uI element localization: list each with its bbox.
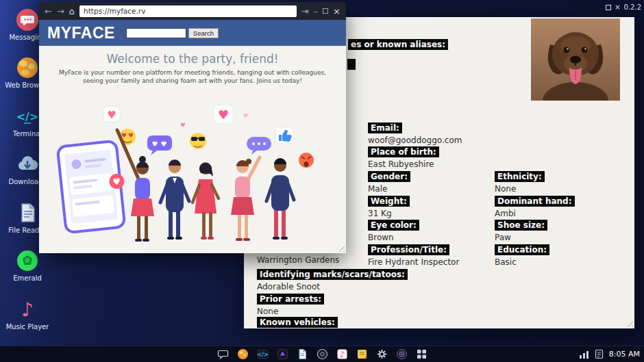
aliases-label-fragment: es or known aliases: [348, 39, 448, 50]
sidebar-label: Emerald [13, 274, 42, 282]
social-illustration: ♥ ♥ ♥ ♥ ♥ ♥ [39, 94, 346, 253]
page-heading: Welcome to the party, friend! [39, 52, 346, 66]
taskbar-code-editor-icon[interactable]: </> [257, 348, 269, 360]
person-3 [193, 162, 219, 240]
url-bar[interactable]: https://myface.rv [79, 5, 297, 17]
svg-text:</>: </> [16, 110, 39, 123]
taskbar-messaging-icon[interactable] [217, 348, 229, 360]
taskbar: </> ♪ [0, 346, 644, 362]
person-2 [160, 159, 189, 240]
field-prior-arrests: Prior arrests: None [257, 292, 324, 317]
field-ethnicity: Ethnicity: None [495, 169, 545, 194]
svg-text:♥: ♥ [243, 113, 248, 119]
field-value: Basic [495, 257, 549, 268]
taskbar-icons: </> ♪ [0, 346, 644, 362]
document-page-icon [16, 201, 39, 224]
field-label: Education: [495, 244, 549, 255]
browser-navbar[interactable]: ← → ⌂ https://myface.rv ⇥ – × [39, 2, 346, 20]
myface-header: MYFACE Search [39, 20, 346, 46]
svg-text:♥: ♥ [218, 107, 229, 122]
taskbar-record-icon[interactable] [396, 348, 408, 360]
angry-emoji [299, 153, 314, 168]
svg-text:♥: ♥ [107, 109, 116, 121]
taskbar-dark-app-icon[interactable] [277, 348, 288, 360]
field-place-of-birth: Place of birth: East Rubyeshire [368, 144, 439, 170]
clock: 8:05 AM [609, 350, 640, 359]
sidebar-item-music-player[interactable]: ♪ Music Player [0, 298, 55, 346]
field-label: Email: [368, 122, 402, 133]
window-resize-handle[interactable] [625, 319, 633, 327]
myface-logo: MYFACE [47, 24, 115, 42]
field-value: East Rubyeshire [368, 159, 439, 170]
field-profession: Profession/Title: Fire Hydrant Inspector [368, 242, 459, 268]
minimize-icon[interactable]: – [314, 7, 319, 16]
field-label: Prior arrests: [257, 294, 324, 305]
back-icon[interactable]: ← [45, 7, 52, 16]
field-value: Adorable Snoot [257, 281, 408, 292]
field-value: Fire Hydrant Inspector [368, 257, 459, 268]
close-icon[interactable]: × [333, 7, 340, 16]
svg-text:♥: ♥ [128, 132, 134, 139]
system-tray: 8:05 AM [579, 346, 640, 362]
maximize-icon[interactable] [323, 8, 328, 14]
browser-window: ← → ⌂ https://myface.rv ⇥ – × MYFACE Sea… [39, 2, 346, 253]
field-value: None [495, 183, 545, 194]
close-icon[interactable]: × [615, 3, 620, 11]
forward-icon[interactable]: → [57, 7, 64, 16]
globe-icon [16, 56, 39, 79]
page-tagline: MyFace is your number one platform for m… [57, 68, 328, 85]
heart-tile: ♥ [103, 107, 120, 122]
taskbar-disc-icon[interactable] [317, 348, 328, 360]
sidebar-label: Terminal [13, 130, 42, 138]
taskbar-app-grid-icon[interactable] [416, 348, 428, 360]
svg-text:♥: ♥ [161, 140, 167, 148]
taskbar-web-browser-icon[interactable] [237, 348, 249, 360]
svg-text:♪: ♪ [21, 298, 34, 321]
person-4 [231, 157, 260, 241]
field-label: Ethnicity: [495, 171, 545, 182]
documents-icon[interactable] [595, 349, 604, 359]
svg-text:♪: ♪ [339, 350, 345, 359]
maximize-icon[interactable] [606, 5, 611, 10]
field-known-vehicles: Known vehicles: [257, 315, 338, 328]
myface-search-button[interactable]: Search [188, 28, 219, 38]
field-dominant-hand: Dominant hand: Ambi [495, 194, 575, 219]
field-label: Gender: [368, 171, 410, 182]
emerald-gem-icon [16, 249, 39, 272]
field-label: Identifying marks/scars/tatoos: [257, 269, 408, 280]
sunglasses-emoji [190, 133, 206, 149]
sidebar-item-emerald[interactable]: Emerald [0, 249, 55, 297]
field-label: Place of birth: [368, 146, 439, 157]
myface-search-input[interactable] [126, 28, 186, 38]
field-gender: Gender: Male [368, 169, 410, 194]
phone-illustration: ♥ [58, 140, 129, 233]
sidebar-label: Music Player [6, 323, 49, 331]
field-education: Education: Basic [495, 242, 549, 268]
top-right-controls: × 0.2.2 [606, 3, 641, 11]
taskbar-notes-icon[interactable] [356, 348, 368, 360]
music-note-icon: ♪ [16, 298, 39, 321]
field-value: Brown [368, 232, 419, 243]
field-label: Known vehicles: [257, 317, 338, 328]
taskbar-file-reader-icon[interactable] [297, 348, 308, 360]
signal-icon[interactable] [579, 349, 589, 359]
field-eye-color: Eye color: Brown [368, 218, 419, 243]
home-icon[interactable]: ⌂ [69, 7, 75, 16]
field-label: Weight: [368, 196, 410, 207]
field-identifying-marks: Identifying marks/scars/tatoos: Adorable… [257, 267, 408, 292]
field-value: Male [368, 183, 410, 194]
go-icon[interactable]: ⇥ [301, 7, 309, 16]
field-value: Paw [495, 232, 547, 243]
covered-label-fragment [347, 59, 356, 70]
taskbar-music-player-icon[interactable]: ♪ [336, 348, 348, 360]
field-label: Eye color: [368, 220, 419, 231]
person-5 [267, 158, 294, 240]
taskbar-settings-gear-icon[interactable] [376, 348, 388, 360]
svg-text:♥: ♥ [152, 140, 158, 148]
dots-speech-bubble [247, 137, 271, 155]
svg-text:♥: ♥ [180, 122, 186, 129]
field-email: Email: woof@gooddoggo.com [368, 120, 462, 146]
myface-page: Welcome to the party, friend! MyFace is … [39, 46, 346, 253]
svg-text:♥: ♥ [112, 176, 121, 187]
code-brackets-icon: </> [16, 105, 39, 128]
